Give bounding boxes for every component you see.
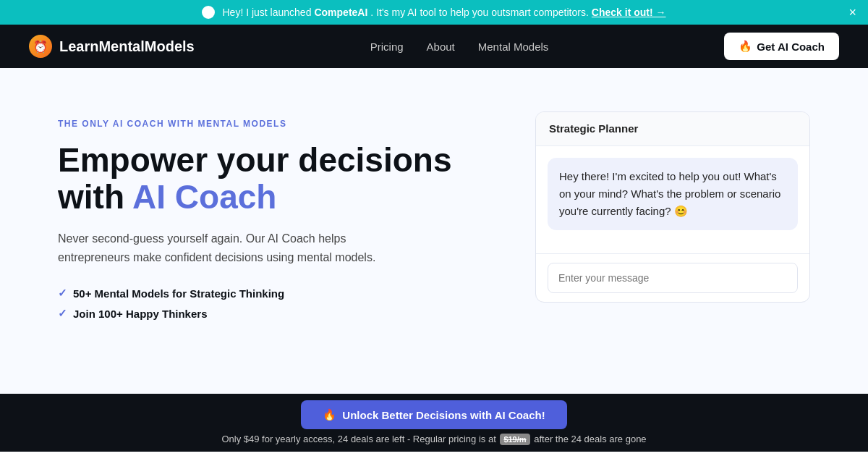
- announcement-logo-icon: ⚙: [202, 6, 215, 19]
- chat-messages: Hey there! I'm excited to help you out! …: [536, 146, 809, 253]
- announcement-brand: CompeteAI: [314, 7, 367, 18]
- pricing-link[interactable]: Pricing: [370, 41, 404, 53]
- announcement-suffix: . It's my AI tool to help you outsmart c…: [370, 7, 588, 18]
- brand-icon: ⏰: [29, 35, 52, 58]
- about-link[interactable]: About: [427, 41, 455, 53]
- fine-print-after: after the 24 deals are gone: [534, 434, 646, 444]
- headline-part1: Empower your decisions: [58, 141, 451, 179]
- announcement-bar: ⚙ Hey! I just launched CompeteAI . It's …: [0, 0, 868, 25]
- feature-label-2: Join 100+ Happy Thinkers: [73, 308, 208, 320]
- unlock-button[interactable]: 🔥 Unlock Better Decisions with AI Coach!: [301, 400, 566, 429]
- fine-print-before: Only $49 for yearly access, 24 deals are…: [221, 434, 498, 444]
- price-badge: $19/m: [500, 434, 529, 445]
- chat-input[interactable]: [548, 263, 798, 293]
- cta-icon: 🔥: [739, 40, 752, 53]
- announcement-link[interactable]: Check it out! →: [592, 7, 666, 18]
- feature-item-2: ✓ Join 100+ Happy Thinkers: [58, 307, 477, 320]
- unlock-label: Unlock Better Decisions with AI Coach!: [342, 409, 545, 421]
- bottom-cta-bar: 🔥 Unlock Better Decisions with AI Coach!…: [0, 394, 868, 452]
- feature-label-1: 50+ Mental Models for Strategic Thinking: [73, 287, 284, 300]
- chat-title: Strategic Planner: [549, 122, 638, 135]
- main-content: THE ONLY AI COACH WITH MENTAL MODELS Emp…: [0, 68, 868, 394]
- chat-message-bubble: Hey there! I'm excited to help you out! …: [548, 158, 798, 230]
- announcement-prefix: Hey! I just launched: [222, 7, 311, 18]
- check-icon-1: ✓: [58, 287, 67, 300]
- chat-input-area: [536, 253, 809, 302]
- hero-subtitle: THE ONLY AI COACH WITH MENTAL MODELS: [58, 119, 477, 129]
- announcement-close-button[interactable]: ×: [848, 6, 856, 19]
- hero-headline: Empower your decisions with AI Coach: [58, 142, 477, 215]
- unlock-icon: 🔥: [323, 408, 336, 421]
- fine-print: Only $49 for yearly access, 24 deals are…: [221, 434, 646, 445]
- chat-header: Strategic Planner: [536, 112, 809, 146]
- navbar: ⏰ LearnMentalModels Pricing About Mental…: [0, 25, 868, 68]
- nav-links: Pricing About Mental Models: [370, 41, 549, 53]
- headline-highlight: AI Coach: [132, 178, 276, 216]
- cta-label: Get AI Coach: [757, 41, 825, 53]
- headline-part2: with: [58, 178, 132, 216]
- check-icon-2: ✓: [58, 307, 67, 320]
- feature-item-1: ✓ 50+ Mental Models for Strategic Thinki…: [58, 287, 477, 300]
- brand-logo[interactable]: ⏰ LearnMentalModels: [29, 35, 195, 58]
- hero-description: Never second-guess yourself again. Our A…: [58, 229, 405, 266]
- chat-panel: Strategic Planner Hey there! I'm excited…: [535, 111, 810, 303]
- hero-left: THE ONLY AI COACH WITH MENTAL MODELS Emp…: [58, 111, 477, 320]
- mental-models-link[interactable]: Mental Models: [478, 41, 549, 53]
- feature-list: ✓ 50+ Mental Models for Strategic Thinki…: [58, 287, 477, 320]
- brand-name: LearnMentalModels: [59, 38, 195, 55]
- get-ai-coach-button[interactable]: 🔥 Get AI Coach: [724, 33, 839, 60]
